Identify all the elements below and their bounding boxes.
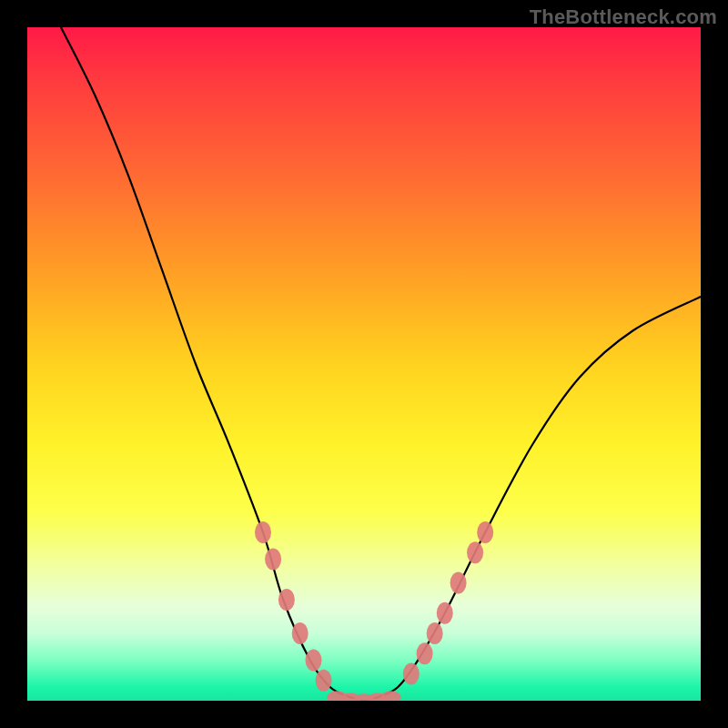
data-point [265,549,281,571]
left-slope-dots [255,521,332,692]
bottom-trough-dots [327,691,400,701]
plot-area [27,27,701,701]
chart-svg [27,27,701,701]
figure-outer: TheBottleneck.com [0,0,728,728]
data-point [255,521,271,543]
data-point [306,650,322,672]
data-point [427,622,443,644]
data-point [278,589,295,611]
right-slope-dots [403,521,493,684]
data-point [450,572,467,594]
data-point [316,670,332,692]
watermark-text: TheBottleneck.com [530,5,717,29]
data-point [292,622,308,644]
bottleneck-curve [61,27,701,701]
data-point [417,642,433,664]
data-point [467,541,483,563]
data-point [477,521,493,543]
data-point [437,602,453,624]
data-point [381,691,401,701]
data-point [403,662,420,684]
